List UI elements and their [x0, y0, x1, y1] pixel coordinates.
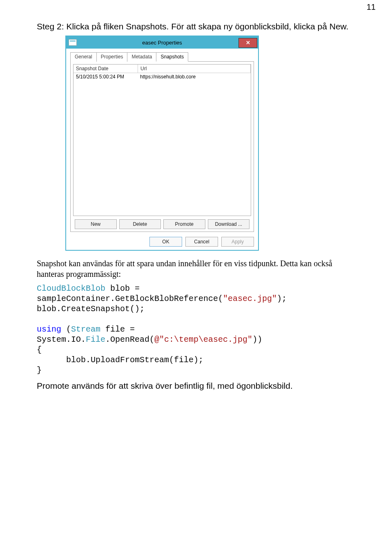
code-text: blob = [105, 284, 145, 293]
code-text: blob.CreateSnapshot(); [37, 304, 145, 314]
list-header: Snapshot Date Url [74, 65, 251, 73]
cell-url: https://nissehult.blob.core [138, 73, 251, 80]
delete-button[interactable]: Delete [119, 219, 161, 229]
code-type: File [86, 335, 105, 344]
tab-content: Snapshot Date Url 5/10/2015 5:00:24 PM h… [70, 62, 254, 232]
tab-properties[interactable]: Properties [96, 52, 128, 62]
code-keyword: using [37, 325, 61, 334]
paragraph-snapshot-explain: Snapshot kan användas för att spara unda… [37, 258, 355, 279]
ok-button[interactable]: OK [149, 237, 182, 247]
cancel-button[interactable]: Cancel [185, 237, 218, 247]
list-row[interactable]: 5/10/2015 5:00:24 PM https://nissehult.b… [74, 73, 251, 80]
code-string: @"c:\temp\easec.jpg" [154, 335, 252, 344]
page-number: 11 [367, 2, 376, 12]
new-button[interactable]: New [75, 219, 117, 229]
code-type: Stream [71, 325, 100, 334]
snapshot-button-row: New Delete Promote Download ... [73, 219, 251, 229]
titlebar: easec Properties ✕ [66, 36, 258, 49]
code-text: sampleContainer.GetBlockBlobReference( [37, 294, 223, 303]
code-text: .OpenRead( [105, 335, 154, 344]
dialog-footer: OK Cancel Apply [66, 234, 258, 250]
code-text: { [37, 345, 42, 354]
download-button[interactable]: Download ... [208, 219, 250, 229]
apply-button[interactable]: Apply [221, 237, 254, 247]
code-block: CloudBlockBlob blob = sampleContainer.Ge… [37, 283, 355, 375]
code-text: )) [252, 335, 262, 344]
dialog-body: General Properties Metadata Snapshots Sn… [66, 49, 258, 234]
code-text: System.IO. [37, 335, 86, 344]
code-type: CloudBlockBlob [37, 284, 105, 293]
code-text: } [37, 365, 42, 375]
code-text: ( [61, 325, 71, 334]
code-string: "easec.jpg" [223, 294, 277, 303]
paragraph-promote: Promote används för att skriva över befi… [37, 381, 355, 391]
tab-strip: General Properties Metadata Snapshots [70, 52, 254, 62]
code-text: ); [277, 294, 287, 303]
tab-general[interactable]: General [70, 52, 97, 62]
window-title: easec Properties [66, 40, 258, 46]
col-url[interactable]: Url [138, 65, 251, 73]
snapshot-list[interactable]: Snapshot Date Url 5/10/2015 5:00:24 PM h… [73, 64, 251, 216]
code-text: blob.UploadFromStream(file); [37, 355, 203, 365]
step-instruction: Steg 2: Klicka på fliken Snapshots. För … [37, 20, 355, 32]
properties-dialog: easec Properties ✕ General Properties Me… [65, 36, 259, 251]
cell-date: 5/10/2015 5:00:24 PM [74, 73, 138, 80]
promote-button[interactable]: Promote [163, 219, 205, 229]
code-text: file = [100, 325, 140, 334]
col-snapshot-date[interactable]: Snapshot Date [74, 65, 138, 73]
tab-snapshots[interactable]: Snapshots [156, 52, 188, 62]
tab-metadata[interactable]: Metadata [127, 52, 156, 62]
